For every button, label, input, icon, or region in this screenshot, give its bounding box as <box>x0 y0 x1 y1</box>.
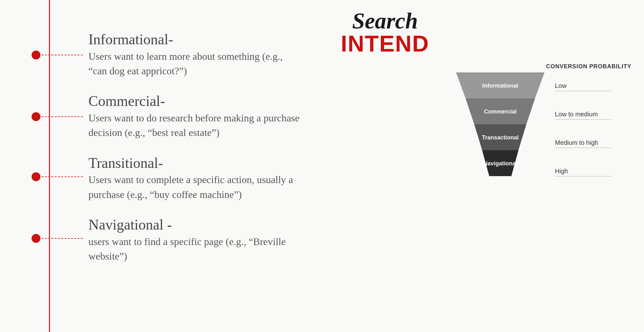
intent-desc-informational: Users want to learn more about something… <box>88 49 303 78</box>
scale-item-1: Low to medium <box>555 111 612 120</box>
intent-desc-commercial: Users want to do research before making … <box>88 111 303 140</box>
funnel-label-3: Navigational <box>483 160 517 167</box>
intent-desc-navigational: users want to find a specific page (e.g.… <box>88 234 303 264</box>
conversion-label: CONVERSION PROBABILITY <box>451 63 635 70</box>
title-intend: INTEND <box>341 32 429 55</box>
timeline-dash-commercial <box>42 116 83 117</box>
intent-title-transitional: Transitional- <box>88 155 303 171</box>
timeline-dot-informational <box>32 51 40 59</box>
intent-desc-transitional: Users want to complete a specific action… <box>88 172 303 202</box>
scale-item-0: Low <box>555 82 612 91</box>
funnel-area: CONVERSION PROBABILITY InformationalComm… <box>451 63 635 194</box>
timeline-dash-transitional <box>42 176 83 177</box>
intent-title-navigational: Navigational - <box>88 217 303 233</box>
funnel-chart-container: InformationalCommercialTransactionalNavi… <box>451 72 635 194</box>
timeline-line <box>49 0 50 332</box>
funnel-label-1: Commercial <box>484 108 516 115</box>
title-area: Search INTEND <box>341 9 429 55</box>
intent-block-informational: Informational- Users want to learn more … <box>88 32 303 78</box>
timeline-item-commercial <box>32 112 83 121</box>
intent-block-commercial: Commercial- Users want to do research be… <box>88 93 303 140</box>
scale-item-3: High <box>555 168 612 176</box>
timeline-item-informational <box>32 51 83 59</box>
intent-title-commercial: Commercial- <box>88 93 303 109</box>
funnel-label-2: Transactional <box>482 134 519 141</box>
intent-title-informational: Informational- <box>88 32 303 48</box>
content-area: Informational- Users want to learn more … <box>88 32 303 279</box>
timeline-item-transitional <box>32 172 83 181</box>
funnel-svg: InformationalCommercialTransactionalNavi… <box>451 72 549 194</box>
intent-block-transitional: Transitional- Users want to complete a s… <box>88 155 303 202</box>
timeline-dot-transitional <box>32 172 40 181</box>
timeline-dot-commercial <box>32 112 40 121</box>
funnel-label-0: Informational <box>482 83 518 89</box>
timeline-dash-navigational <box>42 238 83 239</box>
scale-item-2: Medium to high <box>555 139 612 148</box>
timeline-dot-navigational <box>32 234 40 243</box>
conversion-scale: LowLow to mediumMedium to highHigh <box>555 72 612 186</box>
timeline-item-navigational <box>32 234 83 243</box>
timeline-dash-informational <box>42 55 83 55</box>
intent-block-navigational: Navigational - users want to find a spec… <box>88 217 303 263</box>
title-search: Search <box>341 9 429 32</box>
